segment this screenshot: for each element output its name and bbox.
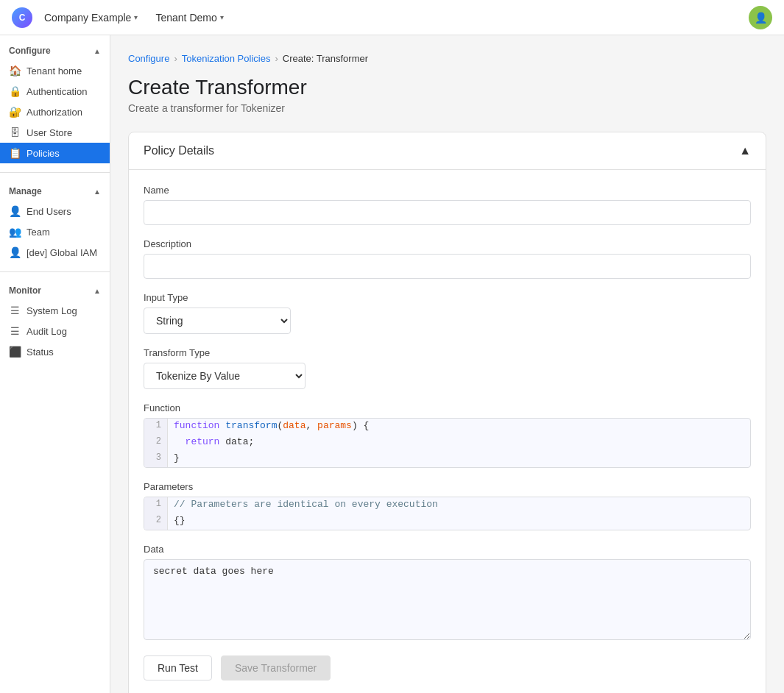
sidebar-item-user-store[interactable]: 🗄 User Store — [0, 122, 110, 143]
input-type-select[interactable]: String Number Boolean Object — [144, 308, 291, 334]
description-input[interactable] — [144, 254, 751, 279]
global-iam-icon: 👤 — [9, 246, 21, 258]
input-type-group: Input Type String Number Boolean Object — [144, 292, 751, 334]
sidebar-divider-1 — [0, 172, 110, 173]
line-number-2: 2 — [144, 435, 168, 451]
breadcrumb-tokenization-policies[interactable]: Tokenization Policies — [182, 53, 271, 64]
nav-left: C Company Example ▾ Tenant Demo ▾ — [12, 7, 230, 28]
page-subtitle: Create a transformer for Tokenizer — [128, 102, 766, 114]
breadcrumb-current: Create: Transformer — [283, 53, 368, 64]
sidebar-item-policies[interactable]: 📋 Policies — [0, 143, 110, 163]
monitor-section-header[interactable]: Monitor ▲ — [0, 281, 110, 300]
data-textarea[interactable]: secret data goes here — [144, 559, 751, 640]
company-name: Example — [91, 12, 131, 24]
monitor-label: Monitor — [9, 285, 41, 296]
line-number-3: 3 — [144, 451, 168, 467]
policies-icon: 📋 — [9, 147, 21, 159]
name-input[interactable] — [144, 200, 751, 225]
transform-type-group: Transform Type Tokenize By Value Tokeniz… — [144, 347, 751, 389]
configure-label: Configure — [9, 46, 51, 56]
main-content: Configure › Tokenization Policies › Crea… — [110, 35, 784, 693]
breadcrumb-sep-2: › — [275, 53, 278, 64]
breadcrumb-sep-1: › — [174, 53, 177, 64]
sidebar: Configure ▲ 🏠 Tenant home 🔒 Authenticati… — [0, 35, 110, 693]
tenant-home-icon: 🏠 — [9, 65, 21, 77]
parameters-editor[interactable]: 1 // Parameters are identical on every e… — [144, 497, 751, 530]
policy-details-card: Policy Details ▲ Name Description Input … — [128, 132, 766, 693]
line-number-1: 1 — [144, 419, 168, 435]
transform-type-select[interactable]: Tokenize By Value Tokenize By Reference … — [144, 363, 306, 389]
tenant-chevron-icon: ▾ — [220, 13, 224, 21]
sidebar-item-audit-log[interactable]: ☰ Audit Log — [0, 321, 110, 341]
end-users-icon: 👤 — [9, 205, 21, 217]
line-content-2: return data; — [168, 435, 750, 451]
team-icon: 👥 — [9, 226, 21, 238]
sidebar-item-team[interactable]: 👥 Team — [0, 221, 110, 242]
sidebar-item-end-users[interactable]: 👤 End Users — [0, 201, 110, 221]
manage-chevron-icon: ▲ — [93, 188, 101, 196]
function-editor[interactable]: 1 function transform(data, params) { 2 r… — [144, 418, 751, 468]
user-avatar[interactable]: 👤 — [749, 6, 772, 29]
sidebar-item-label: Status — [27, 346, 54, 358]
function-group: Function 1 function transform(data, para… — [144, 402, 751, 468]
function-line-2: 2 return data; — [144, 435, 750, 451]
monitor-chevron-icon: ▲ — [93, 287, 101, 295]
sidebar-item-authentication[interactable]: 🔒 Authentication — [0, 81, 110, 102]
company-selector[interactable]: Company Example ▾ — [38, 9, 144, 26]
function-label: Function — [144, 402, 751, 413]
input-type-label: Input Type — [144, 292, 751, 303]
line-content-1: function transform(data, params) { — [168, 419, 750, 435]
data-label: Data — [144, 544, 751, 555]
card-body: Name Description Input Type String Numbe… — [129, 170, 766, 693]
description-label: Description — [144, 238, 751, 249]
sidebar-item-global-iam[interactable]: 👤 [dev] Global IAM — [0, 242, 110, 263]
param-line-number-2: 2 — [144, 513, 168, 530]
transform-type-label: Transform Type — [144, 347, 751, 358]
sidebar-item-tenant-home[interactable]: 🏠 Tenant home — [0, 60, 110, 81]
sidebar-item-label: Policies — [27, 148, 60, 159]
app-layout: Configure ▲ 🏠 Tenant home 🔒 Authenticati… — [0, 35, 784, 693]
save-transformer-button[interactable]: Save Transformer — [221, 655, 331, 680]
param-line-content-1: // Parameters are identical on every exe… — [168, 497, 750, 513]
param-line-content-2: {} — [168, 513, 750, 530]
sidebar-item-label: [dev] Global IAM — [27, 247, 97, 258]
configure-section-header[interactable]: Configure ▲ — [0, 41, 110, 60]
configure-section: Configure ▲ 🏠 Tenant home 🔒 Authenticati… — [0, 35, 110, 169]
breadcrumb: Configure › Tokenization Policies › Crea… — [128, 53, 766, 64]
run-test-button[interactable]: Run Test — [144, 655, 212, 680]
system-log-icon: ☰ — [9, 305, 21, 316]
authentication-icon: 🔒 — [9, 85, 21, 97]
card-header[interactable]: Policy Details ▲ — [129, 132, 766, 170]
company-label: Company — [44, 12, 88, 24]
sidebar-item-label: User Store — [27, 127, 72, 138]
tenant-label: Tenant — [155, 12, 186, 24]
collapse-icon: ▲ — [739, 144, 751, 157]
sidebar-item-label: Tenant home — [27, 65, 82, 77]
user-store-icon: 🗄 — [9, 127, 21, 138]
tenant-selector[interactable]: Tenant Demo ▾ — [149, 9, 229, 26]
sidebar-item-label: System Log — [27, 305, 77, 316]
line-content-3: } — [168, 451, 750, 467]
manage-section-header[interactable]: Manage ▲ — [0, 182, 110, 201]
parameters-label: Parameters — [144, 481, 751, 492]
sidebar-item-label: Team — [27, 227, 50, 238]
monitor-section: Monitor ▲ ☰ System Log ☰ Audit Log ⬛ Sta… — [0, 275, 110, 368]
manage-label: Manage — [9, 186, 42, 196]
param-line-number-1: 1 — [144, 497, 168, 513]
parameters-line-1: 1 // Parameters are identical on every e… — [144, 497, 750, 513]
breadcrumb-configure[interactable]: Configure — [128, 53, 169, 64]
sidebar-item-label: End Users — [27, 206, 71, 217]
sidebar-item-status[interactable]: ⬛ Status — [0, 341, 110, 362]
page-title: Create Transformer — [128, 76, 766, 99]
data-group: Data secret data goes here — [144, 544, 751, 642]
logo[interactable]: C — [12, 7, 32, 28]
status-icon: ⬛ — [9, 346, 21, 358]
sidebar-item-system-log[interactable]: ☰ System Log — [0, 300, 110, 321]
name-group: Name — [144, 185, 751, 225]
manage-section: Manage ▲ 👤 End Users 👥 Team 👤 [dev] Glob… — [0, 176, 110, 269]
sidebar-divider-2 — [0, 271, 110, 272]
sidebar-item-authorization[interactable]: 🔐 Authorization — [0, 102, 110, 122]
button-row: Run Test Save Transformer — [144, 655, 751, 680]
sidebar-item-label: Audit Log — [27, 326, 67, 337]
tenant-name: Demo — [189, 12, 216, 24]
